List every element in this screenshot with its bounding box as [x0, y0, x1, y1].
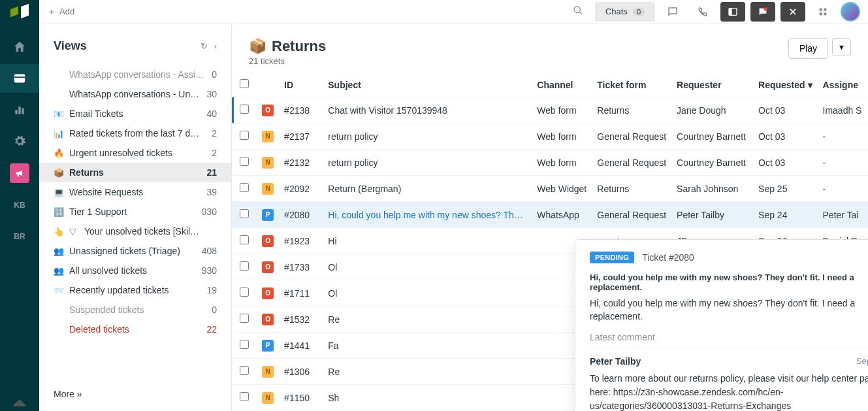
status-badge: N	[262, 366, 274, 378]
row-checkbox[interactable]	[240, 157, 249, 166]
svg-point-9	[764, 7, 767, 10]
column-header[interactable]: Requester	[671, 73, 753, 97]
view-item[interactable]: 👥Unassigned tickets (Triage)408	[39, 241, 231, 261]
comment-button[interactable]	[660, 2, 685, 22]
rail-admin[interactable]	[0, 127, 39, 156]
channel: Web Widget	[532, 176, 592, 202]
column-header[interactable]: Ticket form	[592, 73, 671, 97]
view-count: 19	[206, 285, 217, 295]
status-badge: O	[262, 288, 274, 299]
view-item[interactable]: 👥All unsolved tickets930	[39, 261, 231, 280]
table-row[interactable]: O#2138Chat with Visitor 1570139948Web fo…	[232, 97, 868, 123]
rail-products-icon[interactable]: ◢◣	[0, 393, 39, 411]
table-area: 📦 Returns 21 tickets Play ▼ IDSubjectCha…	[232, 24, 868, 411]
play-dropdown[interactable]: ▼	[832, 38, 851, 56]
views-more[interactable]: More »	[39, 377, 231, 411]
close-icon	[788, 7, 797, 16]
view-item[interactable]: 🔢Tier 1 Support930	[39, 202, 231, 222]
megaphone-icon	[14, 168, 25, 178]
assignee: Imaadh S	[818, 97, 868, 123]
column-header[interactable]: Requested ▾	[753, 73, 817, 97]
chat-app-button[interactable]	[750, 2, 775, 22]
row-checkbox[interactable]	[240, 392, 249, 401]
view-item[interactable]: WhatsApp conversations - Assi…0	[39, 65, 231, 84]
view-item[interactable]: 📨Recently updated tickets19	[39, 280, 231, 300]
table-row[interactable]: N#2132return policyWeb formGeneral Reque…	[232, 150, 868, 176]
assignee: -	[818, 176, 868, 202]
table-row[interactable]: P#2080Hi, could you help me with my new …	[232, 202, 868, 228]
row-checkbox[interactable]	[240, 235, 249, 244]
rail-tickets[interactable]	[0, 64, 39, 93]
view-item[interactable]: 📦Returns21	[39, 163, 231, 182]
refresh-button[interactable]: ↻	[201, 41, 208, 51]
row-checkbox[interactable]	[240, 131, 249, 140]
returns-icon: 📦	[249, 38, 266, 55]
collapse-button[interactable]: ‹	[214, 41, 217, 51]
view-label: WhatsApp conversations - Unass…	[69, 89, 201, 99]
view-item[interactable]: 💻Website Requests39	[39, 182, 231, 202]
channel: Web form	[532, 97, 592, 123]
view-item[interactable]: 📊Rated tickets from the last 7 d…2	[39, 123, 231, 143]
divider	[590, 348, 868, 348]
view-label: Tier 1 Support	[69, 206, 197, 217]
apps-button[interactable]	[811, 2, 835, 22]
column-header[interactable]: ID	[279, 73, 323, 97]
view-item[interactable]: Deleted tickets22	[39, 320, 231, 339]
page-title: 📦 Returns	[249, 38, 788, 55]
column-header[interactable]: Subject	[323, 73, 532, 97]
ticket-subject: Hi	[323, 228, 532, 254]
search-button[interactable]	[566, 5, 590, 18]
row-checkbox[interactable]	[240, 288, 249, 297]
view-item[interactable]: Suspended tickets0	[39, 300, 231, 320]
ticket-id: #1711	[279, 280, 323, 306]
rail-home[interactable]	[0, 33, 39, 61]
channel: Web form	[532, 123, 592, 150]
search-icon	[573, 5, 583, 16]
view-count: 930	[202, 206, 217, 217]
svg-rect-15	[824, 12, 826, 15]
zendesk-logo	[10, 5, 29, 24]
rail-announce[interactable]	[10, 163, 29, 183]
view-item[interactable]: 🔥Urgent unresolved tickets2	[39, 143, 231, 163]
add-button[interactable]: ＋ Add	[47, 6, 74, 18]
svg-rect-12	[820, 8, 822, 10]
play-button[interactable]: Play	[788, 38, 828, 59]
row-checkbox[interactable]	[240, 314, 249, 323]
view-item[interactable]: WhatsApp conversations - Unass…30	[39, 84, 231, 104]
row-checkbox[interactable]	[240, 209, 249, 218]
ticket-subject: Hi, could you help me with my new shoes?…	[323, 202, 532, 228]
table-row[interactable]: N#2092Return (Bergman)Web WidgetReturnsS…	[232, 176, 868, 202]
column-header[interactable]: Assigne	[818, 73, 868, 97]
table-row[interactable]: N#2137return policyWeb formGeneral Reque…	[232, 123, 868, 150]
row-checkbox[interactable]	[240, 183, 249, 192]
ticket-subject: Chat with Visitor 1570139948	[323, 97, 532, 123]
ticket-ref: Ticket #2080	[642, 252, 694, 263]
requester: Courtney Barnett	[671, 150, 753, 176]
panel-button[interactable]	[720, 2, 745, 22]
comment-date: Sep 24	[856, 356, 868, 367]
requested-date: Sep 24	[753, 202, 817, 228]
row-checkbox[interactable]	[240, 261, 249, 271]
chats-pill[interactable]: Chats 0	[595, 2, 655, 22]
status-badge: P	[262, 340, 274, 352]
row-checkbox[interactable]	[240, 366, 249, 375]
row-checkbox[interactable]	[240, 105, 249, 114]
ticket-id: #1441	[279, 333, 323, 359]
view-count: 22	[206, 324, 217, 335]
view-icon: 👥	[54, 266, 64, 276]
select-all-checkbox[interactable]	[240, 79, 249, 88]
rail-reports[interactable]	[0, 95, 39, 124]
reports-icon	[13, 103, 26, 116]
rail-br[interactable]: BR	[0, 222, 39, 251]
status-badge: PENDING	[590, 252, 634, 263]
rail-kb[interactable]: KB	[0, 191, 39, 220]
column-header[interactable]: Channel	[532, 73, 592, 97]
user-avatar[interactable]	[841, 2, 860, 22]
home-icon	[12, 40, 27, 54]
view-item[interactable]: 📧Email Tickets40	[39, 104, 231, 123]
view-count: 408	[202, 246, 217, 256]
close-app-button[interactable]	[780, 2, 805, 22]
row-checkbox[interactable]	[240, 340, 249, 349]
phone-button[interactable]	[690, 2, 715, 22]
view-item[interactable]: 👆▽Your unsolved tickets [Skil…	[39, 222, 231, 241]
